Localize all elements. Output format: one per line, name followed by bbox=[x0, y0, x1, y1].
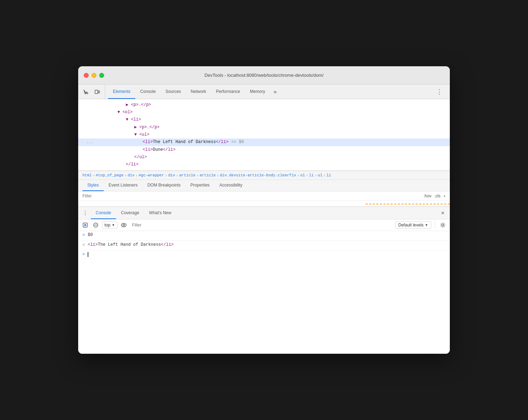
inspect-element-icon[interactable] bbox=[81, 87, 91, 97]
console-levels-dropdown[interactable]: Default levels ▼ bbox=[395, 222, 431, 229]
tab-performance[interactable]: Performance bbox=[211, 84, 245, 99]
console-clear-button[interactable] bbox=[92, 221, 100, 229]
dom-tree-panel: ▶ <p>…</p> ▼ <ol> ▼ <li> ▶ <p>…</p> ▼ <u… bbox=[78, 99, 450, 171]
tabbar-end: ⋮ bbox=[432, 84, 447, 99]
tab-network[interactable]: Network bbox=[186, 84, 211, 99]
toolbar-separator bbox=[435, 222, 435, 229]
dom-line[interactable]: ▶ <p>…</p> bbox=[78, 124, 450, 131]
console-close-button[interactable]: × bbox=[439, 209, 447, 217]
tab-console[interactable]: Console bbox=[135, 84, 161, 99]
titlebar: DevTools - localhost:8080/web/tools/chro… bbox=[78, 66, 450, 84]
console-more-button[interactable]: ⋮ bbox=[81, 209, 89, 217]
svg-point-8 bbox=[442, 224, 444, 226]
dom-line[interactable]: ▶ <p>…</p> bbox=[78, 101, 450, 109]
dom-line-selected[interactable]: ... <li>The Left Hand of Darkness</li> =… bbox=[78, 138, 450, 146]
svg-marker-3 bbox=[84, 224, 87, 226]
console-code-output: <li>The Left Hand of Darkness</li> bbox=[88, 242, 446, 247]
console-cursor bbox=[88, 252, 88, 257]
console-tab-coverage[interactable]: Coverage bbox=[116, 207, 144, 219]
panel-tabs: Styles Event Listeners DOM Breakpoints P… bbox=[78, 180, 450, 191]
breadcrumb-item-div1[interactable]: div bbox=[128, 173, 135, 177]
styles-preview-area bbox=[78, 201, 450, 206]
tab-properties[interactable]: Properties bbox=[185, 180, 215, 191]
devtools-window: DevTools - localhost:8080/web/tools/chro… bbox=[78, 66, 450, 354]
dom-line[interactable]: ▼ <li> bbox=[78, 116, 450, 123]
breadcrumb-item-top[interactable]: #top_of_page bbox=[96, 173, 123, 177]
styles-filter-input[interactable] bbox=[82, 194, 424, 198]
main-tabbar: Elements Console Sources Network Perform… bbox=[78, 84, 450, 99]
tab-event-listeners[interactable]: Event Listeners bbox=[104, 180, 143, 191]
hov-toggle[interactable]: :hov bbox=[424, 194, 432, 198]
console-output: > $0 < <li>The Left Hand of Darkness</li… bbox=[78, 231, 450, 354]
console-arrow-output: < bbox=[82, 242, 85, 248]
breadcrumb-item-article1[interactable]: article bbox=[179, 173, 195, 177]
breadcrumb-item-html[interactable]: html bbox=[82, 173, 92, 177]
dom-line[interactable]: ▼ <ol> bbox=[78, 109, 450, 116]
traffic-lights bbox=[84, 73, 104, 78]
dom-line[interactable]: ▼ <ul> bbox=[78, 131, 450, 138]
console-row-output: < <li>The Left Hand of Darkness</li> bbox=[78, 241, 450, 251]
dom-line[interactable]: </li> bbox=[78, 161, 450, 168]
console-prompt-arrow: > bbox=[82, 252, 85, 257]
tab-memory[interactable]: Memory bbox=[245, 84, 270, 99]
styles-filter-bar: :hov .cls + bbox=[78, 191, 450, 201]
breadcrumb-item-gcwrapper[interactable]: #gc-wrapper bbox=[138, 173, 164, 177]
tab-dom-breakpoints[interactable]: DOM Breakpoints bbox=[142, 180, 185, 191]
console-arrow-input: > bbox=[82, 232, 85, 238]
minimize-button[interactable] bbox=[92, 73, 96, 78]
console-settings-button[interactable] bbox=[439, 221, 447, 229]
svg-rect-1 bbox=[98, 91, 100, 93]
tab-styles[interactable]: Styles bbox=[82, 180, 104, 191]
main-content: ▶ <p>…</p> ▼ <ol> ▼ <li> ▶ <p>…</p> ▼ <u… bbox=[78, 99, 450, 354]
styles-dashed-preview bbox=[366, 204, 450, 204]
svg-point-7 bbox=[123, 224, 124, 226]
console-filter-input[interactable] bbox=[130, 222, 393, 228]
maximize-button[interactable] bbox=[99, 73, 104, 78]
tab-elements[interactable]: Elements bbox=[108, 84, 135, 99]
toolbar-icons bbox=[81, 84, 105, 99]
breadcrumb-item-ul[interactable]: ul bbox=[318, 173, 322, 177]
window-title: DevTools - localhost:8080/web/tools/chro… bbox=[204, 73, 324, 78]
console-context-selector[interactable]: top ▼ bbox=[102, 222, 117, 229]
breadcrumb-item-ol[interactable]: ol bbox=[300, 173, 305, 177]
add-style-button[interactable]: + bbox=[444, 194, 446, 198]
close-button[interactable] bbox=[84, 73, 89, 78]
breadcrumb-item-divclass[interactable]: div.devsite-article-body.clearfix bbox=[220, 173, 296, 177]
breadcrumb-bar: html › #top_of_page › div › #gc-wrapper … bbox=[78, 171, 450, 180]
breadcrumb-item-div2[interactable]: div bbox=[168, 173, 175, 177]
breadcrumb-item-li2[interactable]: li bbox=[326, 173, 331, 177]
cls-toggle[interactable]: .cls bbox=[434, 194, 441, 198]
device-toolbar-icon[interactable] bbox=[92, 87, 102, 97]
tab-sources[interactable]: Sources bbox=[161, 84, 186, 99]
more-tabs-button[interactable]: » bbox=[270, 84, 280, 99]
customize-devtools-button[interactable]: ⋮ bbox=[434, 87, 444, 97]
console-eye-button[interactable] bbox=[120, 221, 128, 229]
console-tab-whats-new[interactable]: What's New bbox=[144, 207, 176, 219]
breadcrumb-item-li1[interactable]: li bbox=[309, 173, 313, 177]
console-code-$0: $0 bbox=[88, 232, 446, 237]
console-row-input-$0: > $0 bbox=[78, 231, 450, 241]
tab-accessibility[interactable]: Accessibility bbox=[215, 180, 247, 191]
console-toolbar: top ▼ Default levels ▼ bbox=[78, 219, 450, 231]
console-execute-button[interactable] bbox=[81, 221, 89, 229]
dom-line[interactable]: </ul> bbox=[78, 154, 450, 161]
dom-line[interactable]: <li>Dune</li> bbox=[78, 146, 450, 154]
console-tabbar: ⋮ Console Coverage What's New × bbox=[78, 207, 450, 219]
breadcrumb-item-article2[interactable]: article bbox=[199, 173, 216, 177]
svg-rect-0 bbox=[95, 90, 98, 94]
console-section: ⋮ Console Coverage What's New × bbox=[78, 206, 450, 354]
console-input-row[interactable]: > bbox=[78, 251, 450, 258]
console-tab-console[interactable]: Console bbox=[91, 207, 116, 219]
svg-point-6 bbox=[121, 223, 126, 227]
